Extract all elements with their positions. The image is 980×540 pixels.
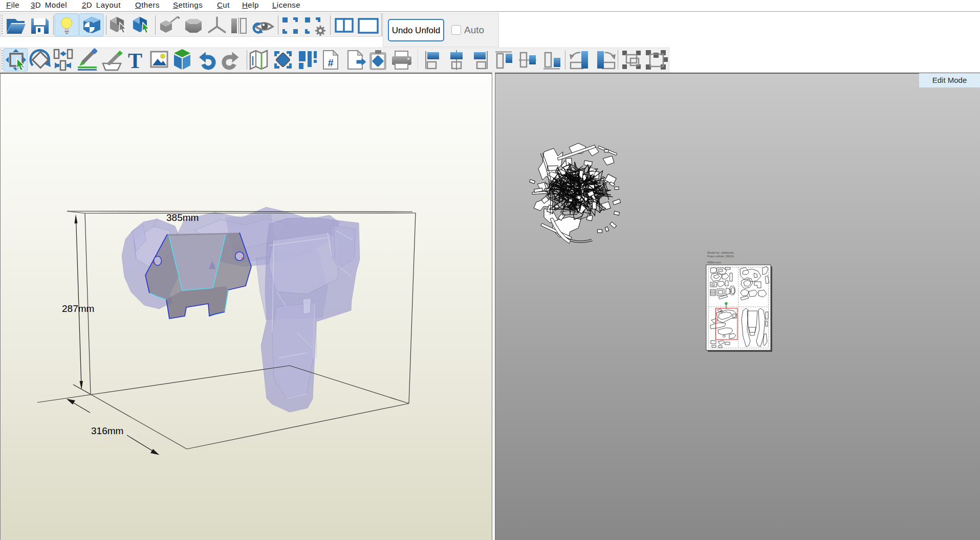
svg-text:316mm: 316mm (91, 425, 123, 436)
svg-text:385mm: 385mm (166, 212, 199, 223)
svg-text:405th.com: 405th.com (707, 261, 721, 264)
svg-text:#: # (328, 57, 333, 69)
svg-text:Foam unfold: ODCA: Foam unfold: ODCA (707, 255, 734, 258)
svg-text:Model by: oddworks: Model by: oddworks (707, 251, 734, 254)
svg-text:T: T (128, 49, 142, 73)
svg-text:287mm: 287mm (62, 303, 94, 314)
